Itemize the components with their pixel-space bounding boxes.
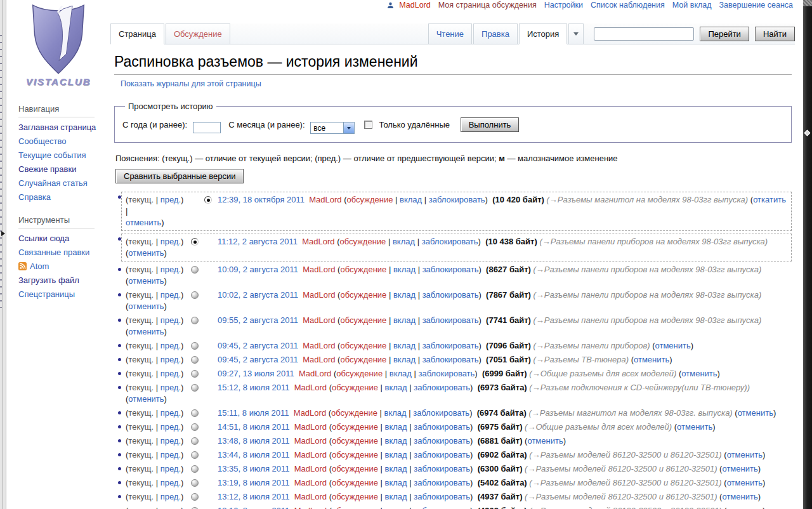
user-contribs-link[interactable]: вклад <box>384 422 407 432</box>
user-contribs-link[interactable]: вклад <box>390 369 412 378</box>
user-link[interactable]: MadLord <box>294 422 327 432</box>
user-block-link[interactable]: заблокировать <box>414 464 470 473</box>
user-link[interactable]: MadLord <box>294 436 327 446</box>
action-link[interactable]: отменить <box>128 248 164 258</box>
user-talk-link[interactable]: обсуждение <box>340 355 386 364</box>
sidebar-link[interactable]: Atom <box>30 261 49 271</box>
user-contribs-link[interactable]: вклад <box>384 436 407 446</box>
user-talk-link[interactable]: обсуждение <box>332 422 378 432</box>
cur-link[interactable]: текущ. <box>128 408 154 418</box>
revision-date-link[interactable]: 09:45, 2 августа 2011 <box>218 341 298 350</box>
user-talk-link[interactable]: обсуждение <box>340 290 386 300</box>
site-logo[interactable]: VISTACLUB <box>7 0 110 95</box>
prev-link[interactable]: пред. <box>160 265 181 274</box>
right-splitter-bar[interactable] <box>803 0 812 509</box>
user-link[interactable]: MadLord <box>294 408 326 418</box>
cur-link[interactable]: текущ. <box>128 506 154 509</box>
user-link[interactable]: MadLord <box>299 369 331 378</box>
revision-radio[interactable] <box>191 356 199 364</box>
prev-link[interactable]: пред. <box>160 355 181 364</box>
action-link[interactable]: отменить <box>527 436 563 446</box>
personal-link[interactable]: Мой вклад <box>672 1 712 10</box>
action-link[interactable]: отменить <box>128 301 164 311</box>
cur-link[interactable]: текущ. <box>128 369 154 378</box>
cur-link[interactable]: текущ. <box>128 436 154 446</box>
action-link[interactable]: отменить <box>128 327 164 336</box>
cur-link[interactable]: текущ. <box>128 237 154 246</box>
user-link[interactable]: MadLord <box>294 492 327 501</box>
user-talk-link[interactable]: обсуждение <box>332 450 378 459</box>
user-contribs-link[interactable]: вклад <box>384 464 407 473</box>
user-talk-link[interactable]: обсуждение <box>340 341 386 350</box>
user-link[interactable]: MadLord <box>302 237 334 246</box>
revision-radio[interactable] <box>191 493 199 501</box>
user-talk-link[interactable]: обсуждение <box>331 408 377 418</box>
prev-link[interactable]: пред. <box>160 478 181 487</box>
revision-radio[interactable] <box>191 291 199 299</box>
cur-link[interactable]: текущ. <box>128 422 154 432</box>
personal-link[interactable]: Завершение сеанса <box>719 1 793 10</box>
revision-radio[interactable] <box>191 370 199 378</box>
user-block-link[interactable]: заблокировать <box>414 436 470 446</box>
user-contribs-link[interactable]: вклад <box>384 408 407 418</box>
user-block-link[interactable]: заблокировать <box>422 265 479 274</box>
sidebar-link[interactable]: Заглавная страница <box>18 122 96 132</box>
user-contribs-link[interactable]: вклад <box>393 265 416 274</box>
revision-date-link[interactable]: 15:12, 8 июля 2011 <box>218 383 290 392</box>
revision-radio[interactable] <box>191 317 199 324</box>
user-link[interactable]: MadLord <box>303 265 335 274</box>
month-select[interactable]: все <box>310 122 355 134</box>
sidebar-link[interactable]: Случайная статья <box>18 178 88 188</box>
sidebar-link[interactable]: Ссылки сюда <box>18 234 69 243</box>
select-dropdown-button[interactable] <box>343 122 354 133</box>
prev-link[interactable]: пред. <box>160 464 181 473</box>
user-block-link[interactable]: заблокировать <box>422 355 479 364</box>
revision-radio[interactable] <box>191 437 199 445</box>
user-link[interactable]: MadLord <box>294 450 327 459</box>
revision-date-link[interactable]: 15:11, 8 июля 2011 <box>218 408 289 418</box>
revision-radio[interactable] <box>191 479 199 487</box>
prev-link[interactable]: пред. <box>160 383 181 392</box>
revision-radio[interactable] <box>191 465 199 473</box>
user-talk-link[interactable]: обсуждение <box>332 464 378 473</box>
action-link[interactable]: отменить <box>722 492 757 501</box>
user-block-link[interactable]: заблокировать <box>422 315 479 325</box>
revision-date-link[interactable]: 13:12, 8 июля 2011 <box>218 492 290 501</box>
cur-link[interactable]: текущ. <box>128 464 154 473</box>
revision-radio[interactable] <box>191 451 199 459</box>
personal-link[interactable]: Список наблюдения <box>591 1 665 10</box>
user-contribs-link[interactable]: вклад <box>384 478 407 487</box>
sidebar-link[interactable]: Связанные правки <box>18 248 89 257</box>
prev-link[interactable]: пред. <box>160 492 181 501</box>
user-block-link[interactable]: заблокировать <box>414 450 470 459</box>
user-link[interactable]: MadLord <box>303 290 335 300</box>
cur-link[interactable]: текущ. <box>128 478 154 487</box>
revision-radio[interactable] <box>191 266 199 274</box>
cur-link[interactable]: текущ. <box>128 195 154 204</box>
user-talk-link[interactable]: обсуждение <box>332 436 378 446</box>
user-contribs-link[interactable]: вклад <box>393 355 416 364</box>
user-link[interactable]: MadLord <box>294 506 327 509</box>
user-contribs-link[interactable]: вклад <box>393 341 416 350</box>
revision-radio[interactable] <box>191 342 199 350</box>
cur-link[interactable]: текущ. <box>128 265 154 274</box>
user-contribs-link[interactable]: вклад <box>384 450 407 459</box>
user-block-link[interactable]: заблокировать <box>418 369 475 378</box>
user-contribs-link[interactable]: вклад <box>393 290 416 300</box>
sidebar-link[interactable]: Спецстраницы <box>18 289 75 299</box>
revision-date-link[interactable]: 12:39, 18 октября 2011 <box>218 195 304 204</box>
revision-date-link[interactable]: 09:45, 2 августа 2011 <box>218 355 298 364</box>
action-link[interactable]: отменить <box>727 450 763 459</box>
action-link[interactable]: отменить <box>126 218 161 227</box>
tab-page[interactable]: Страница <box>110 23 164 44</box>
revision-radio[interactable] <box>191 238 199 246</box>
user-talk-link[interactable]: обсуждение <box>332 506 378 509</box>
year-input[interactable] <box>193 122 221 133</box>
revision-date-link[interactable]: 13:48, 8 июля 2011 <box>218 436 290 446</box>
revision-date-link[interactable]: 14:51, 8 июля 2011 <box>218 422 290 432</box>
prev-link[interactable]: пред. <box>160 237 181 246</box>
prev-link[interactable]: пред. <box>160 436 181 446</box>
search-input[interactable] <box>594 27 694 41</box>
user-talk-link[interactable]: обсуждение <box>340 315 386 325</box>
user-link[interactable]: MadLord <box>294 383 327 392</box>
